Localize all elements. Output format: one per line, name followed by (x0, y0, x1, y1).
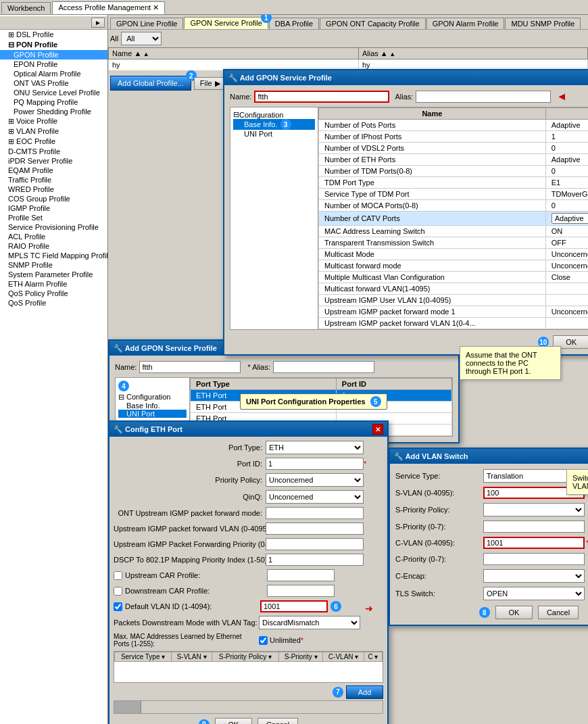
sidebar-item-acl-profile[interactable]: ACL Profile (0, 232, 107, 241)
sidebar-item-voice-profile[interactable]: ⊞ Voice Profile (0, 116, 107, 126)
filter-bar: All All (108, 30, 588, 47)
sidebar-item-service-prov[interactable]: Service Provisioning Profile (0, 222, 107, 232)
sidebar-item-wred-profile[interactable]: WRED Profile (0, 185, 107, 194)
svc-col-svlan[interactable]: S-VLAN ▾ (172, 652, 212, 662)
upstream-car-input[interactable] (267, 569, 335, 581)
sidebar-item-system-param[interactable]: System Parameter Profile (0, 270, 107, 279)
config-eth-close-btn[interactable]: ✕ (372, 424, 383, 435)
default-vlan-input[interactable] (260, 600, 328, 612)
sidebar-item-dcmts-profile[interactable]: D-CMTS Profile (0, 147, 107, 156)
sidebar-item-mpls-tc[interactable]: MPLS TC Field Mapping Profile (0, 251, 107, 260)
tab-access-profile[interactable]: Access Profile Management ✕ (52, 1, 165, 14)
sidebar-expand-btn[interactable]: ► (91, 18, 105, 28)
svc-col-service-type[interactable]: Service Type ▾ (115, 652, 172, 662)
packets-downstream-select[interactable]: DiscardMismatch (259, 616, 360, 629)
sidebar-item-ont-vas[interactable]: ONT VAS Profile (0, 78, 107, 88)
file-menu-btn[interactable]: File ▶ (194, 77, 226, 90)
qinq-select[interactable]: Unconcerned (266, 490, 364, 504)
tree-item-uni-port[interactable]: UNI Port (233, 130, 315, 138)
tab-gpon-ont-capacity[interactable]: GPON ONT Capacity Profile (320, 18, 426, 29)
ont-igmp-input[interactable] (266, 507, 364, 519)
port-type-label: Port Type: (114, 443, 262, 452)
dialog1-alias-input[interactable] (416, 91, 551, 103)
sidebar-item-profile-set[interactable]: Profile Set (0, 213, 107, 222)
tls-switch-select[interactable]: OPEN (483, 587, 585, 600)
sidebar-item-power-shedding[interactable]: Power Shedding Profile (0, 107, 107, 116)
sidebar-item-vlan-profile[interactable]: ⊞ VLAN Profile (0, 126, 107, 137)
arrow-cvlan: ➜ (365, 603, 373, 614)
sidebar-item-eqam-profile[interactable]: EQAM Profile (0, 166, 107, 175)
content-area: GPON Line Profile GPON Service Profile 1… (108, 15, 588, 724)
sidebar-item-raio-profile[interactable]: RAIO Profile (0, 241, 107, 251)
vlan-switch-ok-btn[interactable]: OK (495, 606, 533, 619)
add-vlan-btn[interactable]: Add (346, 685, 383, 699)
sidebar-item-pon-profile[interactable]: ⊟ PON Profile (0, 40, 107, 50)
sidebar-item-cos-group[interactable]: COS Group Profile (0, 194, 107, 203)
sidebar-item-qos-profile[interactable]: QoS Profile (0, 298, 107, 308)
dialog2-tree-uni-port[interactable]: UNI Port (118, 410, 187, 418)
config-eth-ok-btn[interactable]: OK (215, 718, 252, 725)
default-vlan-checkbox[interactable] (114, 602, 122, 611)
filter-dropdown[interactable]: All (121, 32, 162, 45)
dscp-input[interactable] (266, 554, 364, 566)
config-eth-cancel-btn[interactable]: Cancel (258, 718, 298, 725)
sidebar-item-eth-alarm[interactable]: ETH Alarm Profile (0, 279, 107, 289)
add-global-profile-btn[interactable]: Add Global Profile... 2 (110, 76, 191, 91)
tab-dba-profile[interactable]: DBA Profile (269, 18, 319, 29)
sidebar-item-snmp-profile[interactable]: SNMP Profile (0, 260, 107, 270)
tab-workbench[interactable]: Workbench (1, 2, 51, 14)
sidebar-item-pq-mapping[interactable]: PQ Mapping Profile (0, 97, 107, 107)
sidebar-item-traffic-profile[interactable]: Traffic Profile (0, 175, 107, 185)
svlan-label: S-VLAN (0-4095): (395, 489, 483, 497)
svc-col-spriority[interactable]: S-Priority ▾ (278, 652, 323, 662)
col-alias[interactable]: Alias ▲ (358, 48, 587, 59)
port-type-select[interactable]: ETH (266, 441, 364, 454)
dialog1-title: 🔧 Add GPON Service Profile ✕ (224, 70, 588, 85)
col-name[interactable]: Name ▲ (109, 48, 359, 59)
svc-col-cvlan[interactable]: C-VLAN ▾ (323, 652, 364, 662)
vlan-switch-cancel-btn[interactable]: Cancel (538, 606, 579, 619)
cpriority-label: C-Priority (0-7): (395, 555, 483, 563)
cpriority-input[interactable] (483, 553, 585, 565)
dscp-label: DSCP To 802.1P Mapping Priority Index (1… (114, 556, 262, 564)
cvlan-input[interactable] (483, 537, 585, 549)
downstream-car-input[interactable] (267, 585, 335, 597)
cencap-select[interactable] (483, 569, 585, 583)
dialog1-name-input[interactable] (254, 91, 389, 103)
sidebar-item-gpon-profile[interactable]: GPON Profile (0, 50, 107, 59)
sidebar-item-epon-profile[interactable]: EPON Profile (0, 59, 107, 69)
dialog2-name-input[interactable] (139, 361, 241, 373)
horizontal-scrollbar[interactable] (114, 700, 383, 714)
tree-item-base-info[interactable]: Base Info. 3 (233, 119, 315, 130)
spriority-policy-select[interactable] (483, 503, 585, 516)
upstream-car-checkbox[interactable] (114, 571, 122, 580)
sidebar-item-igmp-profile[interactable]: IGMP Profile (0, 203, 107, 213)
dialog2-name-label: Name: (115, 363, 137, 371)
sidebar-item-onu-service[interactable]: ONU Service Level Profile (0, 88, 107, 97)
sidebar-item-ipdr-profile[interactable]: iPDR Server Profile (0, 156, 107, 166)
sidebar-item-eoc-profile[interactable]: ⊞ EOC Profile (0, 137, 107, 147)
igmp-priority-input[interactable] (266, 538, 364, 550)
spriority-policy-label: S-Priority Policy: (395, 506, 483, 514)
tab-gpon-alarm[interactable]: GPON Alarm Profile (426, 18, 505, 29)
tab-mdu-snmp[interactable]: MDU SNMP Profile (505, 18, 581, 29)
tab-gpon-service[interactable]: GPON Service Profile 1 (184, 17, 268, 29)
profile-table: Name ▲ Alias ▲ hy hy (108, 47, 588, 71)
dialog2-tree-base-info[interactable]: Base Info. (118, 402, 187, 410)
sidebar-item-optical-alarm[interactable]: Optical Alarm Profile (0, 69, 107, 78)
port-id-input[interactable] (266, 458, 364, 470)
max-mac-checkbox[interactable] (259, 636, 268, 645)
ont-igmp-label: ONT Upstream IGMP packet forward mode: (114, 509, 262, 517)
downstream-car-checkbox[interactable] (114, 587, 122, 596)
spriority-input[interactable] (483, 521, 585, 533)
svc-col-c[interactable]: C ▾ (364, 652, 382, 662)
config-col-value: Value (545, 108, 588, 120)
badge-6: 6 (330, 601, 341, 612)
priority-policy-select[interactable]: Unconcerned (266, 473, 364, 487)
svc-col-spriority-policy[interactable]: S-Priority Policy ▾ (212, 652, 279, 662)
sidebar-item-dsl-profile[interactable]: ⊞ DSL Profile (0, 30, 107, 40)
sidebar-item-qos-policy[interactable]: QoS Policy Profile (0, 289, 107, 298)
igmp-vlan-input[interactable] (266, 523, 364, 535)
tab-gpon-line[interactable]: GPON Line Profile (110, 18, 183, 29)
dialog2-alias-input[interactable] (273, 361, 374, 373)
